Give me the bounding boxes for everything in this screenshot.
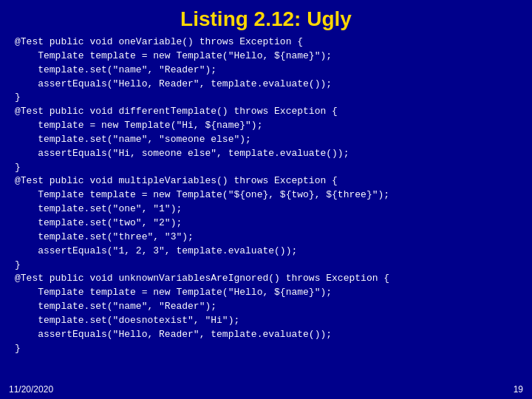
code-line: template.set("three", "3");	[15, 231, 517, 245]
code-line: }	[15, 259, 517, 273]
footer-page: 19	[514, 384, 523, 395]
code-line: assertEquals("Hello, Reader", template.e…	[15, 78, 517, 92]
code-line: @Test public void unknownVariablesAreIgn…	[15, 272, 517, 286]
code-line: assertEquals("Hi, someone else", templat…	[15, 147, 517, 161]
code-line: Template template = new Template("Hello,…	[15, 286, 517, 300]
code-line: }	[15, 161, 517, 175]
code-line: template.set("name", "someone else");	[15, 133, 517, 147]
code-line: template.set("name", "Reader");	[15, 300, 517, 314]
code-line: Template template = new Template("${one}…	[15, 188, 517, 202]
code-line: }	[15, 342, 517, 356]
code-line: template = new Template("Hi, ${name}");	[15, 119, 517, 133]
code-line: assertEquals("Hello, Reader", template.e…	[15, 328, 517, 342]
code-line: template.set("two", "2");	[15, 216, 517, 231]
code-line: Template template = new Template("Hello,…	[15, 50, 517, 64]
code-line: @Test public void differentTemplate() th…	[15, 105, 517, 119]
code-line: template.set("one", "1");	[15, 202, 517, 216]
footer-date: 11/20/2020	[9, 384, 53, 395]
page-title: Listing 2.12: Ugly	[0, 0, 532, 35]
code-line: template.set("doesnotexist", "Hi");	[15, 314, 517, 328]
code-line: }	[15, 91, 517, 105]
code-line: @Test public void multipleVariables() th…	[15, 174, 517, 188]
code-block: @Test public void oneVariable() throws E…	[0, 35, 532, 355]
code-line: @Test public void oneVariable() throws E…	[15, 35, 517, 50]
code-line: assertEquals("1, 2, 3", template.evaluat…	[15, 245, 517, 259]
code-line: template.set("name", "Reader");	[15, 64, 517, 78]
